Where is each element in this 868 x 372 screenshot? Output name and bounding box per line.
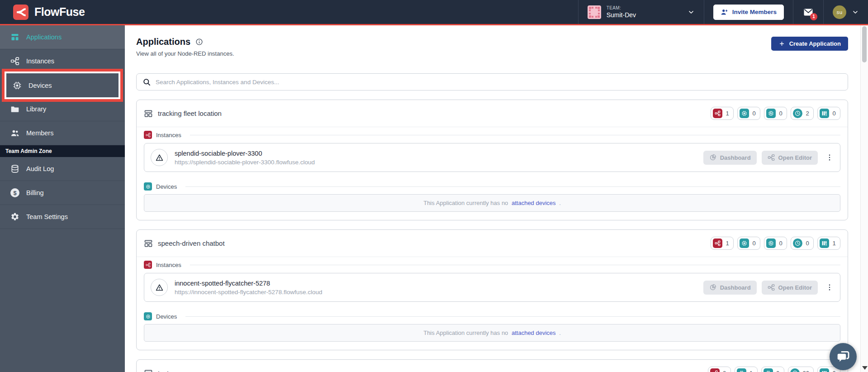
- instance-name: splendid-sociable-plover-3300: [175, 150, 315, 157]
- application-link[interactable]: test: [144, 369, 169, 372]
- application-link[interactable]: speech-driven chatbot: [144, 239, 225, 248]
- search-bar: [136, 73, 848, 91]
- instances-icon: [144, 131, 152, 139]
- scrollbar-track[interactable]: [860, 25, 868, 372]
- no-devices-notice: This Application currently has no attach…: [144, 194, 840, 212]
- snapshots-count-badge: 20: [788, 367, 814, 372]
- instance-row[interactable]: innocent-spotted-flycatcher-5278 https:/…: [144, 273, 840, 302]
- application-stats: 3 1 0 20 0: [708, 367, 840, 372]
- row-menu-button[interactable]: [825, 153, 834, 162]
- create-application-button[interactable]: Create Application: [771, 37, 848, 51]
- node-graph-icon: [768, 284, 775, 291]
- application-icon: [144, 109, 153, 118]
- sidebar-item-library[interactable]: Library: [0, 97, 125, 121]
- team-avatar: [588, 5, 601, 19]
- clock-icon: [790, 368, 800, 372]
- open-editor-button[interactable]: Open Editor: [762, 151, 818, 165]
- application-link[interactable]: tracking fleet location: [144, 109, 222, 118]
- attached-devices-link[interactable]: attached devices: [512, 200, 556, 206]
- user-menu[interactable]: su: [823, 0, 868, 24]
- dashboard-button[interactable]: Dashboard: [703, 281, 757, 295]
- chip-icon: [740, 238, 749, 248]
- clock-icon: [793, 238, 802, 248]
- sidebar-item-label: Library: [26, 105, 46, 113]
- main-content: Applications View all of your Node-RED i…: [125, 25, 868, 372]
- devices-count-badge: 1: [735, 367, 758, 372]
- chevron-down-icon[interactable]: [688, 9, 695, 16]
- sidebar-item-billing[interactable]: $ Billing: [0, 181, 125, 205]
- database-icon: [10, 164, 19, 173]
- sidebar-item-label: Applications: [26, 33, 62, 41]
- instances-section-header: Instances: [137, 257, 848, 272]
- application-card: test 3 1 0: [136, 359, 848, 372]
- device-groups-count-badge: 0: [764, 107, 787, 120]
- instance-status-icon: [151, 149, 168, 166]
- instances-count-badge: 1: [711, 237, 734, 250]
- open-editor-button[interactable]: Open Editor: [762, 281, 818, 295]
- application-stats: 1 0 0 0 1: [711, 237, 840, 250]
- snapshots-count-badge: 0: [791, 237, 814, 250]
- instances-icon: [10, 57, 19, 66]
- chat-widget-button[interactable]: [830, 343, 857, 370]
- attached-devices-link[interactable]: attached devices: [512, 329, 556, 336]
- sidebar-item-label: Audit Log: [26, 165, 54, 172]
- instance-status-icon: [151, 279, 168, 296]
- search-input[interactable]: [156, 79, 842, 86]
- scrollbar-down-arrow[interactable]: [862, 366, 868, 370]
- instances-icon: [144, 261, 152, 269]
- sidebar-item-team-settings[interactable]: Team Settings: [0, 205, 125, 229]
- instances-section-header: Instances: [137, 127, 848, 142]
- user-avatar: su: [833, 5, 846, 19]
- notifications-button[interactable]: 1: [802, 7, 814, 18]
- pipeline-icon: [820, 368, 829, 372]
- application-name: tracking fleet location: [158, 110, 222, 117]
- instances-icon: [710, 368, 720, 372]
- scrollbar-thumb[interactable]: [862, 26, 867, 62]
- sidebar-item-members[interactable]: Members: [0, 121, 125, 145]
- clock-icon: [793, 109, 802, 118]
- pipelines-count-badge: 0: [817, 107, 840, 120]
- instance-row[interactable]: splendid-sociable-plover-3300 https://sp…: [144, 143, 840, 172]
- sidebar-item-applications[interactable]: Applications: [0, 25, 125, 49]
- notification-count-badge: 1: [810, 13, 817, 20]
- kebab-icon: [825, 153, 834, 162]
- chip-icon: [740, 109, 749, 118]
- chip-stack-icon: [764, 368, 773, 372]
- application-icon: [144, 239, 153, 248]
- pipelines-count-badge: 1: [817, 237, 840, 250]
- row-menu-button[interactable]: [825, 283, 834, 291]
- page-title: Applications: [136, 37, 190, 47]
- divider: [185, 186, 840, 187]
- snapshots-count-badge: 2: [791, 107, 814, 120]
- application-name: speech-driven chatbot: [158, 239, 225, 247]
- instance-url: https://innocent-spotted-flycatcher-5278…: [175, 289, 322, 296]
- team-selector[interactable]: TEAM: Sumit-Dev: [578, 0, 704, 24]
- pie-chart-icon: [709, 284, 716, 291]
- kebab-icon: [825, 283, 834, 291]
- sidebar-item-label: Billing: [26, 189, 44, 196]
- pipeline-icon: [820, 238, 829, 248]
- brand[interactable]: FlowFuse: [0, 0, 85, 24]
- sidebar-item-label: Devices: [28, 82, 52, 89]
- chip-icon: [13, 81, 22, 90]
- user-plus-icon: [721, 8, 728, 16]
- dashboard-button[interactable]: Dashboard: [703, 151, 757, 165]
- instances-count-badge: 3: [708, 367, 731, 372]
- invite-members-button[interactable]: Invite Members: [713, 5, 784, 20]
- sidebar-item-devices[interactable]: Devices: [6, 73, 119, 97]
- sidebar: Applications Instances Devices Library M…: [0, 25, 125, 372]
- application-card: tracking fleet location 1 0 0: [136, 100, 848, 220]
- team-label: TEAM:: [607, 5, 636, 10]
- sidebar-item-instances[interactable]: Instances: [0, 49, 125, 73]
- devices-count-badge: 0: [737, 237, 760, 250]
- application-stats: 1 0 0 2 0: [711, 107, 840, 120]
- info-icon[interactable]: [195, 38, 203, 46]
- instances-icon: [713, 109, 722, 118]
- sidebar-item-audit-log[interactable]: Audit Log: [0, 157, 125, 181]
- instance-name: innocent-spotted-flycatcher-5278: [175, 280, 322, 287]
- pie-chart-icon: [709, 154, 716, 161]
- application-name: test: [158, 369, 169, 372]
- folder-icon: [10, 105, 19, 114]
- chat-icon: [835, 349, 851, 364]
- sidebar-item-label: Team Settings: [26, 213, 68, 220]
